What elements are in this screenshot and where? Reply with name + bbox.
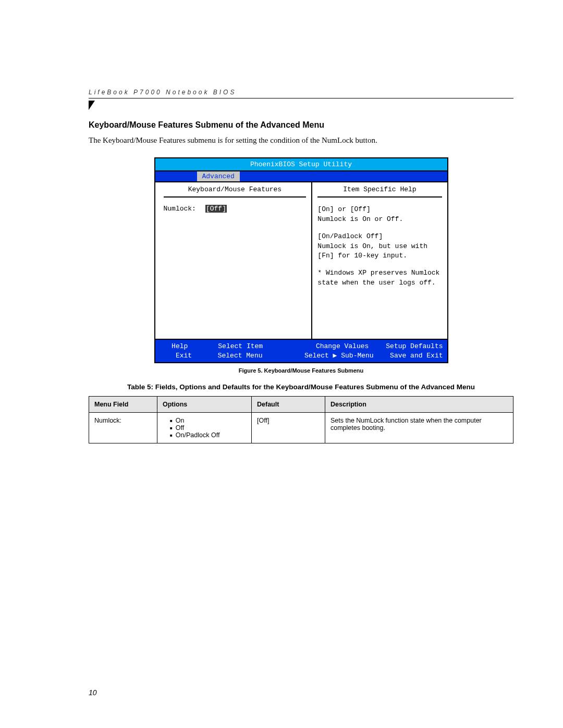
- bios-field-label: Numlock:: [164, 205, 196, 213]
- table-row: Numlock: On Off On/Padlock Off [Off] Set…: [89, 413, 513, 443]
- section-intro: The Keyboard/Mouse Features submenu is f…: [89, 135, 513, 146]
- table-caption: Table 5: Fields, Options and Defaults fo…: [89, 383, 513, 391]
- cell-default: [Off]: [252, 413, 325, 443]
- spec-table: Menu Field Options Default Description N…: [89, 396, 513, 443]
- bios-help-text: [On] or [Off] Numlock is On or Off. [On/…: [317, 205, 442, 295]
- th-options: Options: [157, 397, 252, 413]
- bios-field-numlock[interactable]: Numlock: [Off]: [164, 205, 307, 213]
- header-mark-icon: [89, 101, 95, 110]
- cell-menu-field: Numlock:: [89, 413, 157, 443]
- bios-screenshot: PhoenixBIOS Setup Utility Advanced Keybo…: [154, 157, 448, 363]
- running-header: LifeBook P7000 Notebook BIOS: [89, 89, 513, 98]
- figure-caption: Figure 5. Keyboard/Mouse Features Submen…: [89, 367, 513, 374]
- bios-title: PhoenixBIOS Setup Utility: [155, 158, 447, 171]
- cell-options: On Off On/Padlock Off: [157, 413, 252, 443]
- th-default: Default: [252, 397, 325, 413]
- th-menu-field: Menu Field: [89, 397, 157, 413]
- bios-field-value[interactable]: [Off]: [205, 205, 227, 213]
- bios-tab-advanced[interactable]: Advanced: [197, 171, 240, 181]
- manual-page: LifeBook P7000 Notebook BIOS Keyboard/Mo…: [0, 0, 563, 728]
- bios-left-pane: Keyboard/Mouse Features Numlock: [Off]: [155, 182, 313, 339]
- bios-help-title: Item Specific Help: [317, 186, 442, 198]
- bios-left-title: Keyboard/Mouse Features: [164, 186, 307, 198]
- bios-menubar: Advanced: [155, 171, 447, 182]
- th-description: Description: [325, 397, 513, 413]
- page-number: 10: [89, 688, 97, 697]
- bios-help-pane: Item Specific Help [On] or [Off] Numlock…: [312, 182, 447, 339]
- section-title: Keyboard/Mouse Features Submenu of the A…: [89, 120, 513, 130]
- bios-footer: F1Help ↑↓Select Item -/SpaceChange Value…: [155, 339, 447, 362]
- cell-description: Sets the NumLock function state when the…: [325, 413, 513, 443]
- table-header-row: Menu Field Options Default Description: [89, 397, 513, 413]
